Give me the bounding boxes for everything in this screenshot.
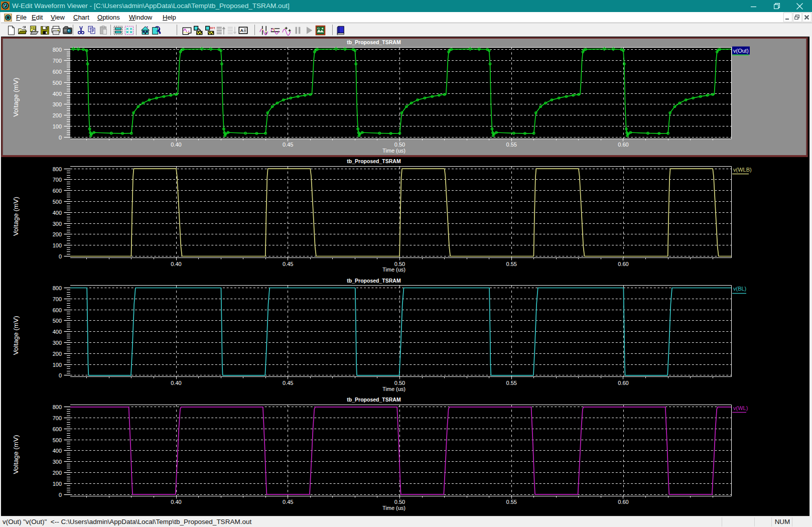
svg-text:700: 700 xyxy=(53,177,62,183)
svg-text:FFT: FFT xyxy=(210,27,215,30)
svg-text:0.40: 0.40 xyxy=(171,261,181,267)
svg-text:0.40: 0.40 xyxy=(171,499,181,505)
svg-text:100: 100 xyxy=(53,481,62,487)
svg-text:0.50: 0.50 xyxy=(394,499,405,505)
svg-text:500: 500 xyxy=(53,437,62,443)
svg-text:A: A xyxy=(240,28,243,33)
svg-text:Voltage (mV): Voltage (mV) xyxy=(12,435,20,474)
svg-text:200: 200 xyxy=(53,470,62,476)
svg-text:800: 800 xyxy=(53,404,62,410)
svg-text:tb_Proposed_TSRAM: tb_Proposed_TSRAM xyxy=(347,158,401,164)
svg-text:0.55: 0.55 xyxy=(506,261,517,267)
svg-text:300: 300 xyxy=(53,101,62,107)
svg-text:200: 200 xyxy=(53,231,62,237)
svg-text:0.55: 0.55 xyxy=(506,499,517,505)
svg-text:500: 500 xyxy=(53,80,62,86)
svg-text:Time (us): Time (us) xyxy=(382,505,405,511)
svg-text:tb_Proposed_TSRAM: tb_Proposed_TSRAM xyxy=(347,278,401,284)
svg-text:Time (us): Time (us) xyxy=(382,267,405,273)
svg-text:800: 800 xyxy=(53,285,62,291)
svg-text:800: 800 xyxy=(53,166,62,172)
svg-text:300: 300 xyxy=(53,221,62,227)
svg-text:400: 400 xyxy=(53,329,62,335)
svg-text:600: 600 xyxy=(53,307,62,313)
svg-text:0.60: 0.60 xyxy=(618,499,628,505)
svg-text:500: 500 xyxy=(53,318,62,324)
svg-text:400: 400 xyxy=(53,210,62,216)
svg-text:v(WLB): v(WLB) xyxy=(733,167,752,173)
svg-text:600: 600 xyxy=(53,69,62,75)
svg-text:0: 0 xyxy=(59,372,62,378)
svg-text:600: 600 xyxy=(53,188,62,194)
svg-text:0.60: 0.60 xyxy=(618,380,628,386)
svg-text:0.40: 0.40 xyxy=(171,380,181,386)
svg-text:700: 700 xyxy=(53,58,62,64)
svg-text:Time (us): Time (us) xyxy=(382,386,405,392)
svg-text:0: 0 xyxy=(59,135,62,141)
svg-text:0.45: 0.45 xyxy=(283,499,293,505)
svg-text:700: 700 xyxy=(53,415,62,421)
svg-text:300: 300 xyxy=(53,340,62,346)
svg-text:0: 0 xyxy=(59,492,62,498)
svg-text:0.55: 0.55 xyxy=(506,142,517,148)
svg-text:500: 500 xyxy=(53,199,62,205)
svg-text:200: 200 xyxy=(53,112,62,118)
svg-text:0: 0 xyxy=(59,253,62,259)
svg-text:100: 100 xyxy=(53,362,62,368)
svg-text:0.60: 0.60 xyxy=(618,261,628,267)
svg-text:0.50: 0.50 xyxy=(394,261,405,267)
svg-text:0.45: 0.45 xyxy=(283,142,293,148)
svg-text:0.40: 0.40 xyxy=(171,142,181,148)
svg-text:0.60: 0.60 xyxy=(618,142,628,148)
svg-text:Time (us): Time (us) xyxy=(382,148,405,154)
svg-text:tb_Proposed_TSRAM: tb_Proposed_TSRAM xyxy=(347,39,401,45)
svg-text:300: 300 xyxy=(53,459,62,465)
svg-text:v(Out): v(Out) xyxy=(733,48,749,54)
svg-text:Voltage (mV): Voltage (mV) xyxy=(12,78,20,117)
svg-text:800: 800 xyxy=(53,47,62,53)
svg-text:v(WL): v(WL) xyxy=(733,405,748,411)
svg-text:0.55: 0.55 xyxy=(506,380,517,386)
svg-text:100: 100 xyxy=(53,242,62,248)
svg-text:200: 200 xyxy=(53,351,62,357)
svg-text:0.50: 0.50 xyxy=(394,142,405,148)
svg-text:0.45: 0.45 xyxy=(283,380,293,386)
svg-text:400: 400 xyxy=(53,91,62,97)
svg-text:Voltage (mV): Voltage (mV) xyxy=(12,197,20,236)
svg-text:tb_Proposed_TSRAM: tb_Proposed_TSRAM xyxy=(347,397,401,403)
svg-text:v(BL): v(BL) xyxy=(733,286,746,292)
svg-text:600: 600 xyxy=(53,426,62,432)
svg-text:Voltage (mV): Voltage (mV) xyxy=(12,316,20,355)
svg-text:0.45: 0.45 xyxy=(283,261,293,267)
svg-text:100: 100 xyxy=(53,123,62,129)
svg-text:0.50: 0.50 xyxy=(394,380,405,386)
svg-text:700: 700 xyxy=(53,296,62,302)
svg-text:400: 400 xyxy=(53,448,62,454)
